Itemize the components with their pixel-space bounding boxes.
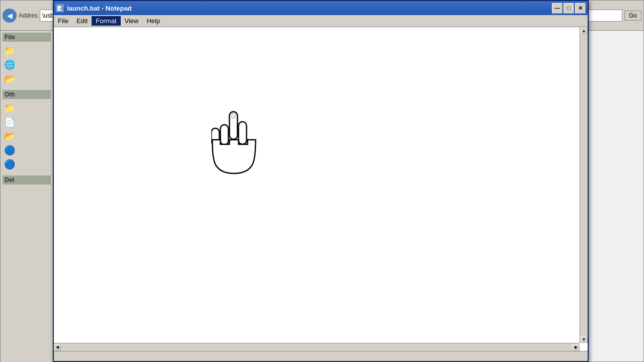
web-icon[interactable]: 🌐 xyxy=(4,59,16,71)
globe-icon-2[interactable]: 🔵 xyxy=(4,158,16,170)
notepad-icon: 📝 xyxy=(56,4,64,12)
globe-icon-1[interactable]: 🔵 xyxy=(4,144,16,156)
notepad-statusbar xyxy=(54,351,588,361)
notepad-title: launch.bat - Notepad xyxy=(67,5,132,12)
menu-edit[interactable]: Edit xyxy=(72,16,92,26)
back-icon: ◀ xyxy=(7,12,13,20)
scroll-left-button[interactable]: ◀ xyxy=(54,344,61,351)
menu-format[interactable]: Format xyxy=(92,16,120,26)
sidebar-details-header: Det xyxy=(3,175,51,185)
sidebar-other-section: Oth 📁 📄 📂 🔵 🔵 xyxy=(3,90,51,171)
browser-back-button[interactable]: ◀ xyxy=(3,9,17,23)
folder-icon-4[interactable]: 📂 xyxy=(4,130,16,142)
folder-icon-3[interactable]: 📁 xyxy=(4,102,16,114)
menu-help[interactable]: Help xyxy=(142,16,164,26)
scroll-up-button[interactable]: ▲ xyxy=(581,27,588,34)
titlebar-title-area: 📝 launch.bat - Notepad xyxy=(56,4,132,12)
sidebar-file-header: File xyxy=(3,33,51,42)
sidebar-details-section: Det xyxy=(3,175,51,185)
notepad-titlebar: 📝 launch.bat - Notepad — □ ✕ xyxy=(54,1,588,15)
horizontal-scrollbar[interactable]: ◀ ▶ xyxy=(54,343,580,351)
minimize-button[interactable]: — xyxy=(552,3,562,14)
vertical-scrollbar[interactable]: ▲ ▼ xyxy=(580,27,588,343)
scroll-down-button[interactable]: ▼ xyxy=(581,336,588,343)
notepad-window: 📝 launch.bat - Notepad — □ ✕ File Edit F… xyxy=(53,0,589,362)
maximize-button[interactable]: □ xyxy=(564,3,574,14)
browser-sidebar: File 📁 🌐 📂 Oth 📁 📄 📂 🔵 🔵 Det xyxy=(1,31,53,362)
menu-view[interactable]: View xyxy=(121,16,143,26)
scroll-right-button[interactable]: ▶ xyxy=(573,344,580,351)
titlebar-controls: — □ ✕ xyxy=(552,3,586,14)
menu-file[interactable]: File xyxy=(54,16,72,26)
document-icon[interactable]: 📄 xyxy=(4,116,16,128)
notepad-content-area xyxy=(54,27,588,353)
browser-go-button[interactable]: Go xyxy=(624,11,641,21)
folder-icon-2[interactable]: 📂 xyxy=(4,73,16,85)
notepad-menubar: File Edit Format View Help xyxy=(54,15,588,27)
close-button[interactable]: ✕ xyxy=(575,3,586,14)
folder-icon-1[interactable]: 📁 xyxy=(4,45,16,57)
sidebar-file-section: File 📁 🌐 📂 xyxy=(3,33,51,86)
sidebar-other-header: Oth xyxy=(3,90,51,99)
notepad-textarea[interactable] xyxy=(54,27,588,353)
address-label: Addres xyxy=(19,12,38,19)
